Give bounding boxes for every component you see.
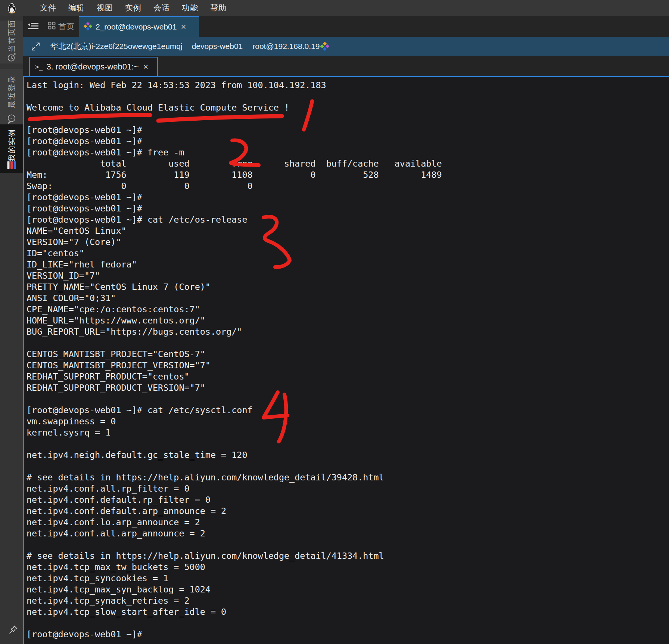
sidebar-item-current-page[interactable]: 当前页面 — [0, 21, 23, 64]
hostname-text: devops-web01 — [192, 42, 243, 51]
user-host-text: root@192.168.0.19 — [252, 42, 320, 51]
tux-penguin-icon — [7, 3, 16, 15]
tab-session-label: 2_root@devops-web01 — [96, 22, 177, 31]
app-window: 文件 编辑 视图 实例 会话 功能 帮助 当前页面 最近登录 — [0, 0, 669, 644]
connection-bar: 华北2(北京)i-2ze6f225owewge1eumqj devops-web… — [23, 37, 669, 56]
tab-session-active[interactable]: 2_root@devops-web01 × — [79, 16, 199, 37]
terminal-tab-row: >_ 3. root@devops-web01:~ × — [23, 56, 669, 76]
menu-item-file[interactable]: 文件 — [40, 1, 56, 15]
pinwheel-logo-icon — [320, 42, 329, 51]
terminal-tab-label: 3. root@devops-web01:~ — [46, 62, 139, 72]
terminal-tab[interactable]: >_ 3. root@devops-web01:~ × — [29, 57, 158, 77]
recent-login-chat-icon — [7, 114, 16, 124]
pinwheel-logo-icon — [84, 22, 92, 32]
home-grid-icon — [48, 22, 56, 31]
menu-item-edit[interactable]: 编辑 — [68, 1, 85, 15]
sidebar: 当前页面 最近登录 我的实例 — [0, 16, 23, 644]
collapse-list-icon[interactable] — [28, 22, 39, 31]
tab-bar: 首页 2_root@devops-web01 × — [23, 16, 669, 37]
sidebar-item-my-instances[interactable]: 我的实例 — [0, 124, 23, 173]
instance-id-text: 华北2(北京)i-2ze6f225owewge1eumqj — [50, 41, 183, 52]
terminal-tab-close-icon[interactable]: × — [142, 62, 149, 71]
instances-books-icon — [7, 161, 17, 170]
terminal-text: Last login: Wed Feb 22 14:53:53 2023 fro… — [27, 80, 669, 640]
expand-fullscreen-icon[interactable] — [31, 42, 40, 51]
sidebar-item-recent-login[interactable]: 最近登录 — [0, 69, 23, 124]
tab-home[interactable]: 首页 — [46, 16, 77, 37]
menu-items: 文件 编辑 视图 实例 会话 功能 帮助 — [0, 1, 227, 15]
history-clock-icon — [7, 53, 16, 62]
tab-close-icon[interactable]: × — [180, 22, 187, 31]
sidebar-item-recent-login-label: 最近登录 — [7, 75, 17, 108]
menu-item-instance[interactable]: 实例 — [125, 1, 141, 15]
menu-item-session[interactable]: 会话 — [153, 1, 170, 15]
menu-item-function[interactable]: 功能 — [182, 1, 198, 15]
pin-icon[interactable] — [8, 625, 18, 635]
terminal-prompt-icon: >_ — [35, 63, 43, 71]
menu-item-view[interactable]: 视图 — [97, 1, 113, 15]
sidebar-item-my-instances-label: 我的实例 — [7, 129, 17, 162]
tab-home-label: 首页 — [58, 21, 75, 32]
sidebar-item-current-page-label: 当前页面 — [7, 19, 17, 52]
menu-item-help[interactable]: 帮助 — [210, 1, 227, 15]
terminal-output-area[interactable]: Last login: Wed Feb 22 14:53:53 2023 fro… — [23, 76, 669, 644]
menu-bar: 文件 编辑 视图 实例 会话 功能 帮助 — [0, 0, 669, 16]
